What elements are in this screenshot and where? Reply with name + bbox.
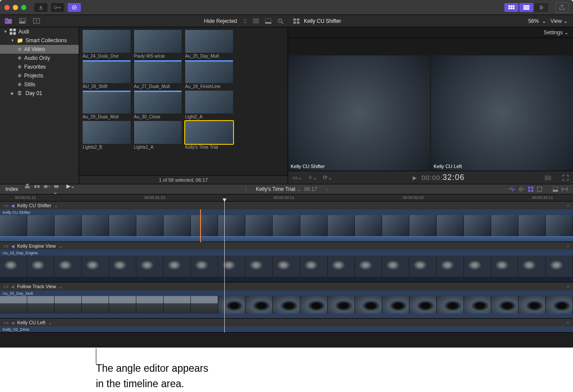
viewer-angle-left[interactable]: Kelly CU Shifter (288, 55, 430, 171)
secondary-toolbar: T Hide Rejected Kelly CU Shifter 56% ⌄ V… (0, 15, 573, 27)
speaker-icon[interactable]: ◀ (11, 320, 15, 325)
snapping-icon[interactable] (537, 187, 542, 192)
svg-rect-47 (537, 187, 542, 191)
event-icon: 🗓 (17, 90, 23, 96)
angle-track[interactable]: ▭◀Kelly Engine View ⌄≡ Au_18_Day_Engine (0, 242, 573, 282)
append-clip-icon[interactable] (44, 183, 50, 195)
list-view-icon[interactable] (253, 18, 259, 24)
clip-appearance-icon[interactable] (553, 187, 558, 192)
filter-menu[interactable]: Hide Rejected (204, 18, 237, 24)
monitor-icon[interactable]: ▭ (4, 319, 8, 326)
event-row[interactable]: ▶🗓Day 01 (0, 89, 79, 98)
monitor-icon[interactable]: ▭ (4, 243, 8, 249)
timeline-fullwidth-icon[interactable] (562, 187, 568, 192)
sidebar-item-all-video[interactable]: ✻All Video (0, 45, 79, 54)
clip-thumbnail[interactable]: Lights2_B (83, 121, 131, 150)
angle-track[interactable]: ▭◀Follow Track View ⌄≡ Au_25_Day_Mult (0, 282, 573, 319)
show-timeline-toggle[interactable] (519, 3, 533, 12)
timeline-index-button[interactable]: Index (5, 186, 18, 192)
smart-collections-row[interactable]: ▼📁Smart Collections (0, 36, 79, 45)
fullscreen-icon[interactable] (562, 175, 569, 181)
drag-handle-icon[interactable]: ≡ (567, 284, 569, 289)
timeline-forward-button[interactable]: › (326, 186, 328, 193)
angle-track[interactable]: ▭◀Kelly CU Shifter ⌄≡ Kelly CU Shifter (0, 201, 573, 242)
show-browser-toggle[interactable] (504, 3, 518, 12)
audio-waveform[interactable] (0, 236, 573, 242)
svg-rect-41 (44, 185, 47, 188)
svg-rect-9 (523, 7, 529, 8)
angle-view-icon[interactable] (293, 18, 299, 24)
window-titlebar (0, 0, 573, 15)
angle-track[interactable]: ▭◀Kelly CU Left ⌄≡ Kelly_02_Drive (0, 319, 573, 333)
filmstrip-frame (300, 215, 328, 236)
clip-thumbnail[interactable]: Light2_A (185, 91, 233, 119)
speaker-icon[interactable]: ◀ (11, 203, 15, 208)
search-icon[interactable] (277, 18, 284, 24)
clip-thumbnail[interactable]: Au_25_Day_Mult (185, 30, 233, 59)
sidebar-item-favorites[interactable]: ✻Favorites (0, 62, 79, 71)
zoom-window-button[interactable] (21, 5, 26, 10)
drag-handle-icon[interactable]: ≡ (567, 320, 569, 325)
svg-point-11 (540, 5, 541, 7)
drag-handle-icon[interactable]: ≡ (567, 203, 569, 208)
svg-rect-40 (37, 185, 40, 188)
clip-label: Au_25_Day_Mult (185, 54, 233, 59)
workspace-layout-segmented (504, 3, 548, 12)
clip-thumbnail[interactable]: Pauly WS w/car (134, 30, 182, 59)
filmstrip-frame (273, 296, 300, 314)
connect-clip-icon[interactable] (24, 183, 30, 195)
background-tasks-button[interactable] (68, 3, 81, 12)
show-inspector-toggle[interactable] (534, 3, 548, 12)
monitor-icon[interactable]: ▭ (4, 283, 8, 289)
filmstrip-frame (191, 256, 218, 277)
filter-stepper-icon[interactable] (243, 19, 247, 23)
speaker-icon[interactable]: ◀ (11, 244, 15, 249)
zoom-menu[interactable]: 56% ⌄ (528, 18, 546, 24)
enhance-menu-icon[interactable]: ✧⌄ (308, 174, 318, 181)
clip-thumbnail[interactable]: Kelly's Time Trial (185, 121, 233, 150)
sidebar-item-stills[interactable]: ✻Stills (0, 80, 79, 89)
import-button[interactable] (34, 3, 47, 12)
skimming-icon[interactable] (509, 187, 515, 192)
sidebar-item-audio-only[interactable]: ✻Audio Only (0, 54, 79, 62)
monitor-icon[interactable]: ▭ (4, 202, 8, 209)
overwrite-clip-icon[interactable]: ⌄ (53, 183, 59, 195)
close-window-button[interactable] (4, 5, 10, 10)
view-menu[interactable]: View ⌄ (551, 18, 568, 24)
arrow-tool-icon[interactable]: ▶⌄ (66, 183, 75, 195)
clip-thumbnail[interactable]: AU_26_Shift (83, 60, 131, 89)
svg-rect-22 (265, 22, 271, 24)
insert-clip-icon[interactable] (34, 183, 40, 195)
viewer-settings-menu[interactable]: Settings ⌄ (544, 29, 569, 36)
svg-rect-46 (531, 190, 533, 192)
clip-thumbnail[interactable]: Au_24_Dusk_One (83, 30, 131, 59)
share-button[interactable] (555, 2, 569, 13)
timeline-back-button[interactable]: ‹ (245, 186, 247, 193)
solo-icon[interactable] (528, 187, 533, 192)
drag-handle-icon[interactable]: ≡ (567, 243, 569, 249)
timeline-ruler[interactable]: 00:00:31:11 00:00:31:23 00:00:32:11 00:0… (0, 194, 573, 201)
viewer-angle-right[interactable]: Kelly CU Left (431, 55, 573, 171)
speaker-icon[interactable]: ◀ (11, 284, 15, 289)
library-icon[interactable] (4, 17, 12, 25)
transform-menu-icon[interactable]: ▭⌄ (292, 174, 303, 181)
clip-thumbnail[interactable]: Au_29_Dusk_Mult (83, 91, 131, 119)
retime-menu-icon[interactable]: ⟳⌄ (323, 174, 332, 181)
audio-meter-icon[interactable] (545, 174, 557, 181)
keyword-button[interactable] (51, 3, 64, 12)
clip-appearance-icon[interactable] (265, 18, 271, 24)
sidebar-item-projects[interactable]: ✻Projects (0, 71, 79, 80)
timecode-display[interactable]: ▶ 00:00:32:06 (413, 173, 465, 182)
timeline-title[interactable]: Kelly's Time Trial (256, 186, 296, 192)
minimize-window-button[interactable] (13, 5, 18, 10)
svg-rect-45 (528, 190, 530, 192)
clip-thumbnail[interactable]: Au_28_FinishLine (185, 60, 233, 89)
audio-skim-icon[interactable] (518, 187, 525, 192)
svg-rect-26 (293, 22, 296, 24)
library-row[interactable]: ▼Audi (0, 27, 79, 36)
clip-thumbnail[interactable]: Au_30_Close (134, 91, 182, 119)
clip-thumbnail[interactable]: Au_27_Dusk_Mult (134, 60, 182, 89)
titles-icon[interactable]: T (33, 17, 40, 25)
clip-thumbnail[interactable]: Lights1_A (134, 121, 182, 150)
photos-icon[interactable] (18, 17, 26, 25)
